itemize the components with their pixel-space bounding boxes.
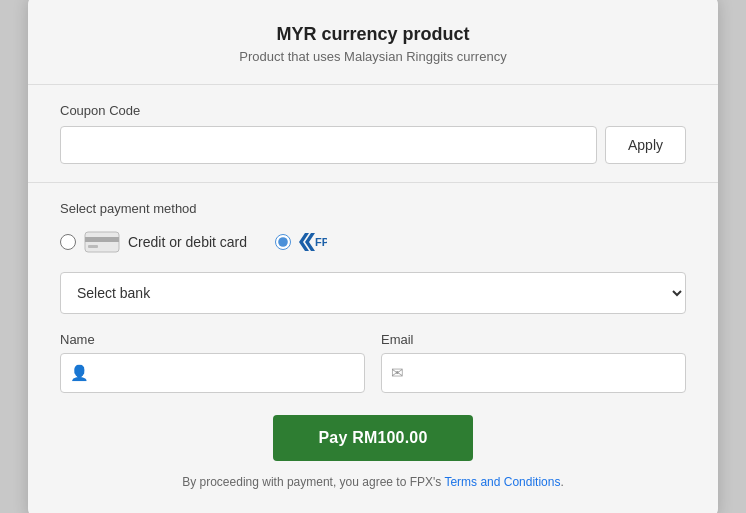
name-input-wrap: 👤 [60, 353, 365, 393]
fpx-icon: FPX [299, 233, 327, 251]
terms-link[interactable]: Terms and Conditions [444, 475, 560, 489]
svg-rect-1 [85, 237, 119, 242]
svg-rect-2 [88, 245, 98, 248]
terms-suffix: . [560, 475, 563, 489]
payment-divider [28, 182, 718, 183]
bank-select[interactable]: Select bank Maybank CIMB Bank Public Ban… [60, 272, 686, 314]
apply-button[interactable]: Apply [605, 126, 686, 164]
payment-modal: MYR currency product Product that uses M… [28, 0, 718, 513]
email-field-group: Email ✉ [381, 332, 686, 393]
card-option[interactable]: Credit or debit card [60, 230, 247, 254]
fpx-option[interactable]: FPX [275, 233, 327, 251]
fpx-logo: FPX [299, 233, 327, 251]
modal-title: MYR currency product [60, 24, 686, 45]
card-radio[interactable] [60, 234, 76, 250]
svg-text:FPX: FPX [315, 236, 327, 248]
coupon-input[interactable] [60, 126, 597, 164]
terms-text: By proceeding with payment, you agree to… [60, 475, 686, 489]
email-input-wrap: ✉ [381, 353, 686, 393]
fields-row: Name 👤 Email ✉ [60, 332, 686, 393]
modal-header: MYR currency product Product that uses M… [60, 24, 686, 64]
card-icon [84, 230, 120, 254]
email-input[interactable] [381, 353, 686, 393]
terms-prefix: By proceeding with payment, you agree to… [182, 475, 444, 489]
payment-section-label: Select payment method [60, 201, 686, 216]
pay-button[interactable]: Pay RM100.00 [273, 415, 473, 461]
coupon-row: Apply [60, 126, 686, 164]
header-divider [28, 84, 718, 85]
modal-subtitle: Product that uses Malaysian Ringgits cur… [60, 49, 686, 64]
name-field-group: Name 👤 [60, 332, 365, 393]
email-label: Email [381, 332, 686, 347]
card-label: Credit or debit card [128, 234, 247, 250]
fpx-radio[interactable] [275, 234, 291, 250]
payment-methods: Credit or debit card FPX [60, 230, 686, 254]
coupon-label: Coupon Code [60, 103, 686, 118]
name-input[interactable] [60, 353, 365, 393]
name-label: Name [60, 332, 365, 347]
